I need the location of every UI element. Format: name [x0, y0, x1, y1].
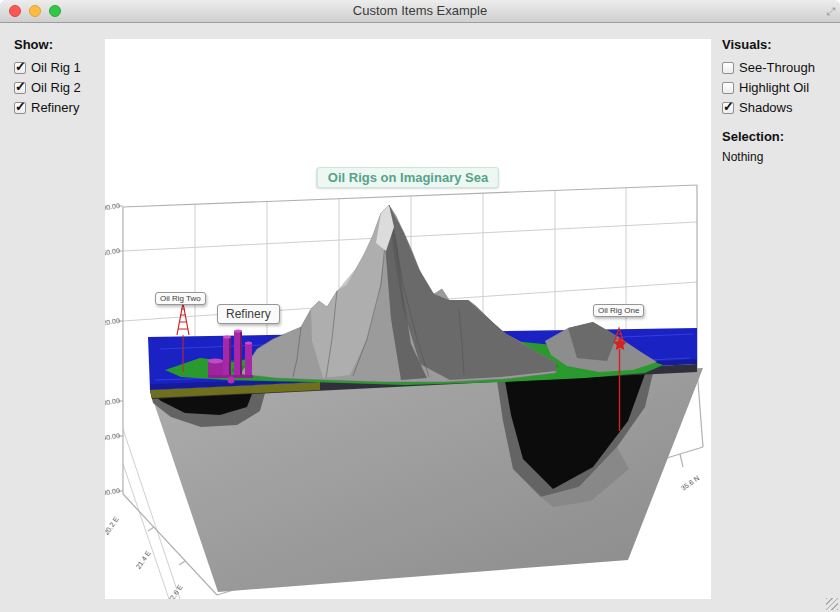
checkbox-row-oil-rig-2[interactable]: Oil Rig 2 — [14, 80, 106, 95]
show-panel: Show: Oil Rig 1 Oil Rig 2 Refinery — [14, 37, 106, 120]
selection-value: Nothing — [722, 150, 834, 164]
checkbox-row-highlight-oil[interactable]: Highlight Oil — [722, 80, 834, 95]
oil-rig-1-checkbox[interactable] — [14, 62, 26, 74]
y-axis-tick-0: 300.00 — [105, 202, 120, 212]
window-controls — [9, 5, 61, 17]
checkbox-row-oil-rig-1[interactable]: Oil Rig 1 — [14, 60, 106, 75]
refinery-floating-label[interactable]: Refinery — [217, 304, 280, 324]
resize-arrows-icon[interactable]: ⤢ — [826, 4, 835, 18]
checkbox-row-shadows[interactable]: Shadows — [722, 100, 834, 115]
close-button[interactable] — [9, 5, 21, 17]
selection-heading: Selection: — [722, 129, 834, 144]
y-axis-tick-3: 180.00 — [105, 397, 120, 407]
oil-rig-one-label[interactable]: Oil Rig One — [593, 304, 644, 317]
chart-title: Oil Rigs on Imaginary Sea — [317, 167, 499, 188]
highlight-oil-checkbox[interactable] — [722, 82, 734, 94]
see-through-checkbox[interactable] — [722, 62, 734, 74]
show-heading: Show: — [14, 37, 106, 52]
minimize-button[interactable] — [29, 5, 41, 17]
see-through-label: See-Through — [739, 60, 815, 75]
checkbox-row-see-through[interactable]: See-Through — [722, 60, 834, 75]
window-content: Show: Oil Rig 1 Oil Rig 2 Refinery — [0, 23, 840, 612]
oil-rig-2-label: Oil Rig 2 — [31, 80, 81, 95]
resize-grip-icon[interactable] — [826, 598, 838, 610]
visuals-panel: Visuals: See-Through Highlight Oil Shado… — [722, 37, 834, 164]
oil-rig-2-checkbox[interactable] — [14, 82, 26, 94]
oil-rig-two-label[interactable]: Oil Rig Two — [155, 292, 206, 305]
y-axis-tick-4: 140.00 — [105, 432, 120, 442]
n-axis-tick-2: 35.6 N — [680, 474, 701, 492]
titlebar[interactable]: Custom Items Example ⤢ — [0, 0, 840, 23]
app-window: Custom Items Example ⤢ Show: Oil Rig 1 O… — [0, 0, 840, 612]
checkbox-row-refinery[interactable]: Refinery — [14, 100, 106, 115]
y-axis-ticks: 300.00 260.00 220.00 180.00 140.00 100.0… — [105, 202, 120, 497]
y-axis-tick-2: 220.00 — [105, 317, 120, 327]
surface-plot[interactable]: 300.00 260.00 220.00 180.00 140.00 100.0… — [105, 39, 711, 599]
e-axis-tick-0: 20.2 E — [105, 515, 120, 536]
y-axis-tick-1: 260.00 — [105, 247, 120, 257]
zoom-button[interactable] — [49, 5, 61, 17]
refinery-checkbox[interactable] — [14, 102, 26, 114]
surface-plot-canvas[interactable]: 300.00 260.00 220.00 180.00 140.00 100.0… — [105, 39, 711, 599]
y-axis-tick-5: 100.00 — [105, 487, 120, 497]
e-axis-tick-1: 21.4 E — [134, 549, 152, 570]
window-title: Custom Items Example — [0, 0, 840, 22]
shadows-checkbox[interactable] — [722, 102, 734, 114]
highlight-oil-label: Highlight Oil — [739, 80, 809, 95]
visuals-heading: Visuals: — [722, 37, 834, 52]
refinery-label: Refinery — [31, 100, 79, 115]
shadows-label: Shadows — [739, 100, 792, 115]
oil-rig-1-label: Oil Rig 1 — [31, 60, 81, 75]
